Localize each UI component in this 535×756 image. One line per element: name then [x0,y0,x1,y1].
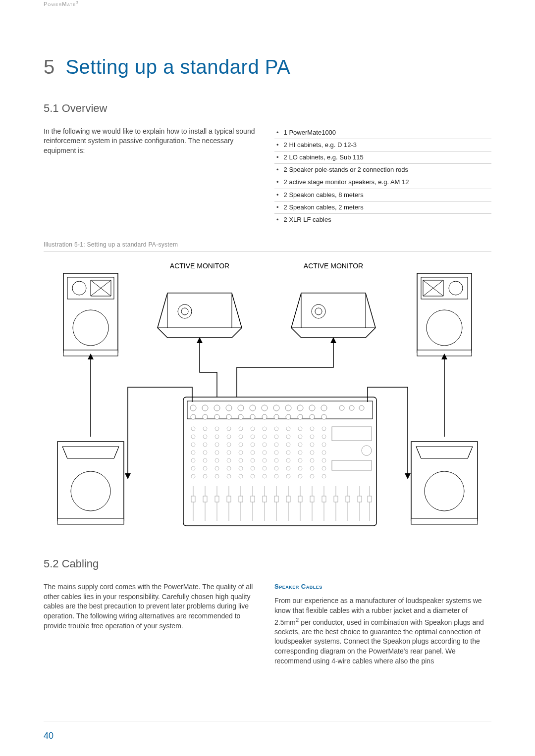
page-number: 40 [44,731,54,741]
product-sup: 3 [76,0,78,4]
svg-point-23 [181,308,188,315]
svg-point-83 [203,443,207,447]
svg-point-140 [310,474,314,478]
svg-point-14 [71,471,110,511]
svg-point-97 [227,451,231,454]
svg-point-143 [362,446,372,455]
svg-point-136 [263,474,267,478]
svg-point-8 [449,281,463,295]
svg-rect-164 [298,496,302,502]
svg-point-95 [203,451,207,454]
list-item: 2 Speakon cables, 8 meters [274,189,491,202]
svg-point-56 [321,414,326,419]
svg-rect-142 [332,427,372,441]
content-area: 5 Setting up a standard PA 5.1 Overview … [0,26,535,670]
svg-point-41 [321,405,327,411]
svg-point-115 [298,458,302,462]
page: PowerMate3 5 Setting up a standard PA 5.… [0,0,535,670]
svg-point-127 [298,466,302,470]
svg-point-74 [239,435,243,439]
svg-point-99 [251,451,255,454]
hi-cabinet-left-icon [63,273,118,356]
svg-rect-162 [286,496,290,502]
svg-point-98 [239,451,243,454]
svg-rect-152 [227,496,231,502]
svg-point-48 [226,414,231,419]
svg-point-123 [251,466,255,470]
svg-point-94 [191,451,195,454]
svg-point-88 [263,443,267,447]
svg-point-111 [251,458,255,462]
svg-point-96 [215,451,219,454]
svg-point-70 [191,435,195,439]
svg-point-121 [227,466,231,470]
svg-point-71 [203,435,207,439]
svg-point-65 [274,427,278,431]
svg-point-79 [298,435,302,439]
product-name: PowerMate [44,1,76,7]
svg-point-58 [191,427,195,431]
svg-rect-154 [239,496,243,502]
svg-point-51 [262,414,267,419]
svg-rect-174 [358,496,362,502]
svg-point-52 [274,414,279,419]
speaker-cables-body: From our experience as a manufacturer of… [274,596,491,666]
svg-point-114 [286,458,290,462]
speaker-cables-heading: Speaker Cables [274,582,491,591]
svg-point-103 [298,451,302,454]
svg-point-82 [191,443,195,447]
svg-rect-172 [346,496,350,502]
svg-point-73 [227,435,231,439]
svg-point-104 [310,451,314,454]
section-overview-heading: 5.1 Overview [44,102,491,115]
svg-point-69 [322,427,326,431]
svg-point-134 [239,474,243,478]
svg-point-38 [285,405,291,411]
svg-rect-11 [57,518,124,524]
svg-point-132 [215,474,219,478]
svg-point-67 [298,427,302,431]
running-header: PowerMate3 [0,0,535,10]
svg-point-55 [310,414,315,419]
svg-point-35 [250,405,256,411]
svg-point-4 [73,310,108,346]
bottom-rule [44,721,491,721]
list-item: 1 PowerMate1000 [274,127,491,139]
svg-point-19 [425,471,464,511]
overview-columns: In the following we would like to explai… [44,127,491,227]
illustration-caption: Illustration 5-1: Setting up a standard … [44,241,491,252]
svg-point-105 [322,451,326,454]
svg-rect-6 [417,350,472,356]
svg-point-53 [286,414,291,419]
overview-equipment-col: 1 PowerMate1000 2 HI cabinets, e.g. D 12… [274,127,491,227]
list-item: 2 HI cabinets, e.g. D 12-3 [274,139,491,151]
svg-point-86 [239,443,243,447]
svg-point-66 [286,427,290,431]
svg-point-36 [262,405,268,411]
svg-point-108 [215,458,219,462]
svg-point-141 [322,474,326,478]
svg-point-107 [203,458,207,462]
svg-point-47 [214,414,219,419]
section-cabling-number: 5.2 [44,557,59,570]
svg-point-138 [286,474,290,478]
svg-point-30 [190,405,196,411]
svg-point-89 [274,443,278,447]
svg-point-124 [263,466,267,470]
svg-point-40 [309,405,315,411]
svg-point-129 [322,466,326,470]
svg-point-31 [202,405,208,411]
list-item: 2 Speaker pole-stands or 2 connection ro… [274,164,491,176]
svg-rect-156 [251,496,255,502]
svg-point-27 [315,308,322,315]
svg-point-130 [191,474,195,478]
svg-point-37 [273,405,279,411]
svg-point-33 [226,405,232,411]
svg-point-87 [251,443,255,447]
active-monitor-right-icon [291,293,375,338]
svg-point-125 [274,466,278,470]
svg-point-106 [191,458,195,462]
list-item: 2 Speakon cables, 2 meters [274,202,491,214]
overview-intro: In the following we would like to explai… [44,127,261,156]
svg-point-77 [274,435,278,439]
